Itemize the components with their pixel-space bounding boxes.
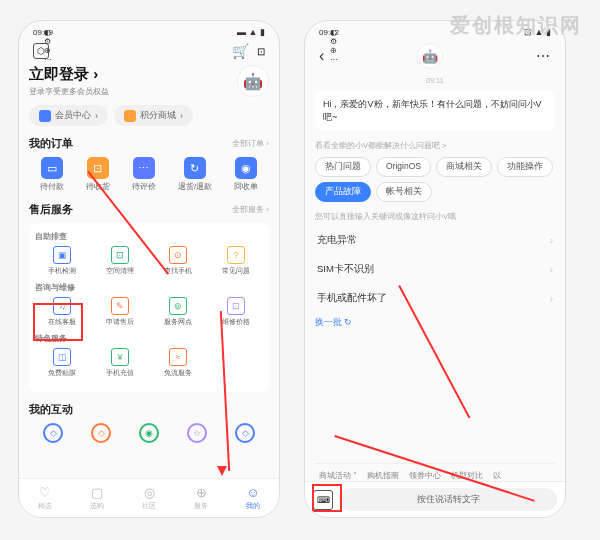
nav-icon: ☺ — [246, 485, 259, 500]
bottom-tag[interactable]: 领券中心 — [409, 470, 441, 481]
bottom-tag[interactable]: 购机指南 — [367, 470, 399, 481]
order-item[interactable]: ⋯待评价 — [132, 157, 156, 192]
nav-item-精选[interactable]: ♡精选 — [38, 485, 52, 511]
service-item[interactable]: ?常见问题 — [209, 246, 263, 276]
chat-topbar: ‹ 🤖 ⋯ — [315, 39, 555, 73]
service-group-title: 自助排查 — [35, 231, 263, 242]
order-icon: ▭ — [41, 157, 63, 179]
member-center-pill[interactable]: 会员中心› — [29, 105, 108, 126]
service-icon: ⊡ — [227, 297, 245, 315]
bot-avatar-icon: 🤖 — [417, 43, 443, 69]
order-icon: ↻ — [184, 157, 206, 179]
scan-icon[interactable]: ⊡ — [257, 46, 265, 57]
chevron-right-icon: › — [550, 293, 553, 304]
points-mall-pill[interactable]: 积分商城› — [114, 105, 193, 126]
bottom-tag[interactable]: 以 — [493, 470, 501, 481]
service-item[interactable]: ⊚服务网点 — [151, 297, 205, 327]
service-icon: ◫ — [53, 348, 71, 366]
order-label: 退货/退款 — [178, 182, 212, 192]
service-item[interactable]: ▣手机检测 — [35, 246, 89, 276]
settings-icon[interactable]: ⬡ — [33, 43, 49, 59]
service-label: 维修价格 — [222, 317, 250, 327]
question-item[interactable]: 充电异常› — [315, 226, 555, 255]
interact-item[interactable]: ◉ — [139, 423, 159, 443]
category-chip[interactable]: 商城相关 — [436, 157, 492, 177]
service-item[interactable]: ✎申请售后 — [93, 297, 147, 327]
hint-text-2: 您可以直接输入关键词或像这样问小V哦 — [315, 212, 555, 222]
category-chip[interactable]: 产品故障 — [315, 182, 371, 202]
order-icon: ⋯ — [133, 157, 155, 179]
nav-label: 选购 — [90, 501, 104, 511]
login-section[interactable]: 立即登录 › 登录享受更多会员权益 🤖 — [29, 65, 269, 97]
order-label: 待付款 — [40, 182, 64, 192]
pill-row: 会员中心› 积分商城› — [29, 105, 269, 126]
login-subtitle: 登录享受更多会员权益 — [29, 86, 109, 97]
service-icon: ▣ — [53, 246, 71, 264]
service-item[interactable]: ⊡空间清理 — [93, 246, 147, 276]
interact-header: 我的互动 — [29, 402, 269, 417]
service-header: 售后服务 全部服务 › — [29, 202, 269, 217]
cart-icon[interactable]: 🛒 — [232, 43, 249, 59]
chat-content: ‹ 🤖 ⋯ 09:11 Hi，亲爱的V粉，新年快乐！有什么问题，不妨问问小V吧~… — [305, 39, 565, 481]
question-text: 充电异常 — [317, 234, 357, 247]
phone-container: 09:09 ◐ ⚙ ⊕ ⋯ ▬ ▲ ▮ ⬡ 🛒 ⊡ 立即登录 › 登录享受更多会… — [0, 0, 600, 538]
refresh-button[interactable]: 换一批 ↻ — [315, 317, 555, 329]
order-item[interactable]: ↻退货/退款 — [178, 157, 212, 192]
nav-item-服务[interactable]: ⊕服务 — [194, 485, 208, 511]
voice-input[interactable]: 按住说话转文字 — [339, 488, 557, 511]
chevron-right-icon: › — [550, 264, 553, 275]
interact-item[interactable]: ◇ — [43, 423, 63, 443]
category-chips: 热门问题OriginOS商城相关功能操作产品故障帐号相关 — [315, 157, 555, 202]
service-item[interactable]: ⊡维修价格 — [209, 297, 263, 327]
service-label: 申请售后 — [106, 317, 134, 327]
nav-item-我的[interactable]: ☺我的 — [246, 485, 260, 511]
service-label: 免费贴膜 — [48, 368, 76, 378]
orders-more[interactable]: 全部订单 › — [232, 138, 269, 149]
question-item[interactable]: 手机或配件坏了› — [315, 284, 555, 313]
status-time: 09:09 — [33, 28, 41, 36]
category-chip[interactable]: 热门问题 — [315, 157, 371, 177]
interact-item[interactable]: ☆ — [187, 423, 207, 443]
service-label: 手机检测 — [48, 266, 76, 276]
service-icon: ? — [227, 246, 245, 264]
service-more[interactable]: 全部服务 › — [232, 204, 269, 215]
order-icon: ◉ — [235, 157, 257, 179]
question-item[interactable]: SIM卡不识别› — [315, 255, 555, 284]
service-icon: ¥ — [111, 348, 129, 366]
nav-item-选购[interactable]: ▢选购 — [90, 485, 104, 511]
interact-row: ◇◇◉☆◇ — [29, 423, 269, 443]
bottom-tag[interactable]: 商城活动 ˅ — [319, 470, 357, 481]
category-chip[interactable]: 功能操作 — [497, 157, 553, 177]
top-bar: ⬡ 🛒 ⊡ — [29, 39, 269, 63]
service-label: 服务网点 — [164, 317, 192, 327]
bottom-nav: ♡精选▢选购◎社区⊕服务☺我的 — [19, 478, 279, 517]
service-icon: ⊚ — [169, 297, 187, 315]
login-title: 立即登录 — [29, 65, 89, 82]
service-item[interactable]: ¥手机充值 — [93, 348, 147, 378]
service-label: 常见问题 — [222, 266, 250, 276]
chat-timestamp: 09:11 — [315, 77, 555, 84]
more-icon[interactable]: ⋯ — [536, 48, 551, 64]
avatar-icon[interactable]: 🤖 — [237, 65, 269, 97]
watermark: 爱创根知识网 — [450, 12, 582, 39]
back-button[interactable]: ‹ — [319, 47, 324, 65]
category-chip[interactable]: 帐号相关 — [376, 182, 432, 202]
order-item[interactable]: ◉回收单 — [234, 157, 258, 192]
category-chip[interactable]: OriginOS — [376, 157, 431, 177]
phone-right: 09:12 ◐ ⚙ ⊕ ⋯ ⊡ ▲ ▮ ‹ 🤖 ⋯ 09:11 Hi，亲爱的V粉… — [304, 20, 566, 518]
arrow-icon: › — [180, 111, 183, 121]
nav-item-社区[interactable]: ◎社区 — [142, 485, 156, 511]
order-item[interactable]: ▭待付款 — [40, 157, 64, 192]
status-icons: ◐ ⚙ ⊕ ⋯ — [330, 28, 338, 36]
nav-label: 精选 — [38, 501, 52, 511]
order-row: ▭待付款⊡待收货⋯待评价↻退货/退款◉回收单 — [29, 157, 269, 192]
nav-icon: ♡ — [39, 485, 51, 500]
hint-text[interactable]: 看看全能的小V都能解决什么问题吧 > — [315, 141, 555, 151]
service-item[interactable]: ◫免费贴膜 — [35, 348, 89, 378]
bottom-tags: 商城活动 ˅购机指南领券中心机型对比以 — [315, 463, 555, 481]
service-item[interactable]: ≈免流服务 — [151, 348, 205, 378]
interact-item[interactable]: ◇ — [91, 423, 111, 443]
interact-item[interactable]: ◇ — [235, 423, 255, 443]
status-right: ▬ ▲ ▮ — [237, 27, 265, 37]
service-icon: ⊡ — [111, 246, 129, 264]
